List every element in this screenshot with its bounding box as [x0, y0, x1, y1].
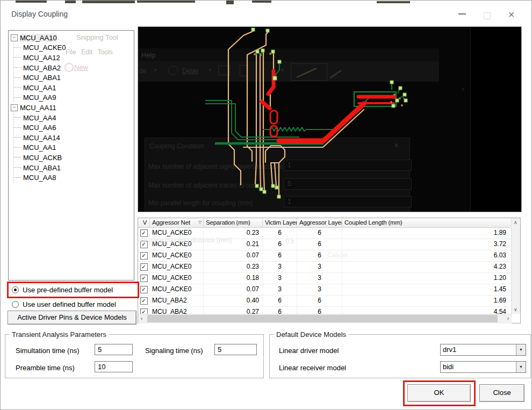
tree-node-child[interactable]: MCU_AA4 [11, 113, 133, 123]
tree-node-root[interactable]: −MCU_AA10 [11, 33, 133, 43]
separation-cell: 0.07 [204, 250, 263, 261]
tan-traces [228, 31, 364, 196]
tree-node-child[interactable]: MCU_ABA1 [11, 163, 133, 173]
scroll-down-icon[interactable]: ∨ [514, 307, 517, 312]
tree-node-child[interactable]: MCU_AA12 [11, 53, 133, 63]
victim-layer-cell: 3 [263, 262, 297, 272]
tree-node-child[interactable]: MCU_AA6 [11, 123, 133, 133]
tree-connector [14, 57, 21, 58]
radio-predefined-buffer-model[interactable]: Use pre-defined buffer model [12, 286, 113, 294]
tree-node-child[interactable]: MCU_ABA1 [11, 73, 133, 83]
column-header[interactable]: Coupled Length (mm) [342, 218, 512, 227]
separation-cell: 0.07 [204, 284, 263, 295]
table-header-row[interactable]: VAggressor Net▽Separation (mm)Victim Lay… [138, 218, 512, 228]
column-header[interactable]: Separation (mm) [204, 218, 263, 227]
chevron-down-icon[interactable]: ▼ [516, 344, 526, 355]
aggressor-layer-cell: 6 [297, 296, 342, 306]
tree-node-label: MCU_ABA1 [23, 164, 61, 172]
tree-children: MCU_ACKE0MCU_AA12MCU_ABA2MCU_ABA1MCU_AA1… [11, 43, 133, 103]
tree-node-label: MCU_ACKE0 [23, 44, 66, 52]
checkbox-cell: ✓ [138, 273, 150, 284]
ok-button[interactable]: OK [407, 384, 471, 402]
separation-cell: 0.23 [204, 262, 263, 272]
linear-driver-model-label: Linear driver model [279, 347, 339, 355]
tree-children: MCU_AA4MCU_AA6MCU_AA14MCU_AA1MCU_ACKBMCU… [11, 113, 133, 183]
pcb-traces [138, 27, 521, 212]
simulation-time-input[interactable] [95, 344, 133, 355]
row-checkbox[interactable]: ✓ [140, 263, 148, 271]
table-row[interactable]: ✓MCU_ACKE00.07331.45 [138, 284, 512, 296]
aggressor-layer-cell: 3 [297, 284, 342, 295]
row-checkbox[interactable]: ✓ [140, 297, 148, 305]
tree-node-child[interactable]: MCU_AA14 [11, 133, 133, 143]
tree-node-root[interactable]: −MCU_AA11 [11, 103, 133, 113]
coupling-table: VAggressor Net▽Separation (mm)Victim Lay… [138, 218, 521, 323]
row-checkbox[interactable]: ✓ [140, 229, 148, 237]
close-icon[interactable]: ✕ [508, 10, 515, 20]
column-header[interactable]: Aggressor Net▽ [150, 218, 204, 227]
tree-node-label: MCU_AA10 [20, 34, 57, 42]
tree-node-label: MCU_AA14 [23, 134, 60, 142]
ghost-table-text: ax trace coupling distance (mm) [140, 236, 232, 244]
tree-node-label: MCU_AA8 [23, 174, 56, 182]
chevron-down-icon[interactable]: ▼ [516, 362, 526, 372]
signaling-time-input[interactable] [214, 344, 257, 355]
linear-driver-model-combo[interactable]: drv1 ▼ [440, 344, 526, 356]
victim-layer-cell: 6 [263, 228, 297, 239]
edge-artifact [16, 1, 47, 3]
group-title: Default Device Models [274, 330, 348, 339]
minimize-icon[interactable] [458, 13, 466, 15]
active-driver-pins-button[interactable]: Active Driver Pins & Device Models [8, 311, 136, 325]
net-tree-panel[interactable]: Snipping Tool File Edit Tools New −MCU_A… [8, 30, 134, 280]
victim-layer-cell: 6 [263, 296, 297, 306]
column-header[interactable]: V [138, 218, 150, 227]
aggressor-layer-cell: 3 [297, 273, 342, 284]
pcb-layout-viewport[interactable]: Help de ▾ Delay ▾ ▾ ∧ Coupling Condition… [138, 26, 522, 212]
scroll-up-icon[interactable]: ∧ [514, 220, 517, 225]
tree-node-label: MCU_AA1 [23, 143, 56, 152]
row-checkbox[interactable]: ✓ [140, 286, 148, 293]
separation-cell: 0.18 [204, 273, 263, 284]
checkbox-cell: ✓ [138, 262, 150, 272]
tree-node-label: MCU_ABA1 [23, 74, 61, 82]
table-row[interactable]: ✓MCU_ABA20.40661.69 [138, 296, 512, 307]
tree-node-child[interactable]: MCU_AA1 [11, 143, 133, 153]
tree-items: −MCU_AA10MCU_ACKE0MCU_AA12MCU_ABA2MCU_AB… [11, 33, 133, 183]
collapse-icon[interactable]: − [11, 34, 18, 41]
tree-connector [14, 87, 21, 88]
radio-user-defined-buffer-model[interactable]: Use user defined buffer model [12, 300, 116, 308]
tree-node-child[interactable]: MCU_ACKB [11, 153, 133, 163]
close-button[interactable]: Close [479, 384, 524, 402]
collapse-icon[interactable]: − [11, 104, 18, 111]
scrollbar-thumb[interactable] [147, 315, 498, 322]
table-row[interactable]: ✓MCU_ACKE00.23334.23 [138, 262, 512, 273]
radio-icon[interactable] [12, 301, 19, 308]
tree-connector [14, 137, 21, 138]
tree-node-child[interactable]: MCU_AA9 [11, 93, 133, 103]
scroll-left-icon[interactable]: ‹ [141, 315, 142, 321]
sort-icon[interactable]: ▽ [198, 220, 202, 225]
table-row[interactable]: ✓MCU_ACKE00.07666.03 [138, 250, 512, 262]
vertical-scrollbar[interactable]: ∧ ∨ [511, 218, 520, 314]
scroll-right-icon[interactable]: › [507, 315, 509, 321]
tree-node-child[interactable]: MCU_AA1 [11, 83, 133, 93]
tree-node-child[interactable]: MCU_ACKE0 [11, 43, 133, 53]
tree-connector [14, 157, 21, 158]
tree-node-child[interactable]: MCU_AA8 [11, 172, 133, 183]
row-checkbox[interactable]: ✓ [140, 275, 148, 282]
victim-layer-cell: 3 [263, 284, 297, 295]
maximize-icon[interactable] [484, 12, 491, 19]
tree-node-child[interactable]: MCU_ABA2 [11, 63, 133, 73]
column-header[interactable]: Victim Layer [263, 218, 297, 227]
preamble-time-input[interactable] [95, 361, 133, 372]
tree-node-label: MCU_AA1 [23, 84, 56, 92]
table-row[interactable]: ✓MCU_ACKE00.18331.20 [138, 273, 512, 284]
linear-receiver-model-combo[interactable]: bidi ▼ [440, 361, 526, 373]
tree-connector [14, 117, 21, 118]
horizontal-scrollbar[interactable]: ‹ › [138, 314, 512, 323]
radio-icon[interactable] [12, 286, 19, 293]
row-checkbox[interactable]: ✓ [140, 252, 148, 260]
tree-node-label: MCU_AA9 [23, 93, 56, 102]
aggressor-layer-cell: 6 [297, 228, 342, 239]
column-header[interactable]: Aggressor Layer [297, 218, 342, 227]
